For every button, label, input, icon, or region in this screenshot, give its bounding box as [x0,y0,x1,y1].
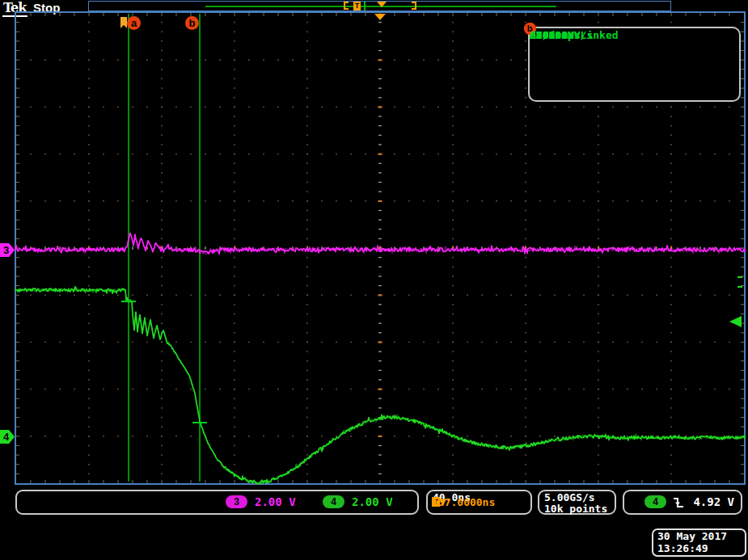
ch3-scale: 2.00 V [255,495,296,508]
oscilloscope-screen: Tek Stop T a b a −849.0ps 5.640 V 38.20n… [0,0,748,560]
channel-scale-bar[interactable]: 3 2.00 V 4 2.00 V [15,490,419,515]
ch4-position-marker[interactable]: 4 [0,430,15,444]
ch3-position-marker[interactable]: 3 [0,243,15,257]
sample-rate: 5.00GS/s [544,491,595,503]
ch4-badge[interactable]: 4 [323,495,344,508]
trigger-level-arrow [729,316,742,327]
ch3-badge[interactable]: 3 [226,495,247,508]
trigger-flag-icon: T [353,2,361,11]
cursor-readout-panel: a −849.0ps 5.640 V 38.20ns 520.0mV b Δ39… [528,27,741,102]
time-value: 13:26:49 [657,542,708,554]
trigger-position-icon [374,14,386,20]
zoom-window-right-bracket [412,2,416,10]
overview-trigger-position-icon [377,2,387,7]
ch4-scale: 2.00 V [352,495,393,508]
cursor-b-badge[interactable]: b [185,16,199,30]
expansion-point-tick [364,2,366,11]
acquisition-box[interactable]: 5.00GS/s 10k points [538,490,616,515]
date-value: 30 May 2017 [657,530,727,542]
falling-edge-icon [673,496,685,510]
horizontal-settings-box[interactable]: 40.0ns T →▼ 137.0000ns [426,490,532,515]
cursor-b-tick [192,422,207,423]
record-start-tick [737,286,742,288]
cursor-a-tick [121,301,136,302]
cursor-a-badge[interactable]: a [127,16,141,30]
delay-value: 137.0000ns [432,496,495,508]
trigger-source-badge[interactable]: 4 [644,495,666,508]
record-start-tick [737,276,742,278]
cursors-linked-label: Cursors Linked [530,28,619,42]
record-overview-bar[interactable]: T [88,1,671,11]
trigger-level: 4.92 V [693,495,734,508]
zoom-window-left-bracket [344,2,349,10]
record-points: 10k points [544,503,607,515]
trigger-box[interactable]: 4 4.92 V [623,490,742,515]
datetime-box: 30 May 2017 13:26:49 [652,528,746,557]
